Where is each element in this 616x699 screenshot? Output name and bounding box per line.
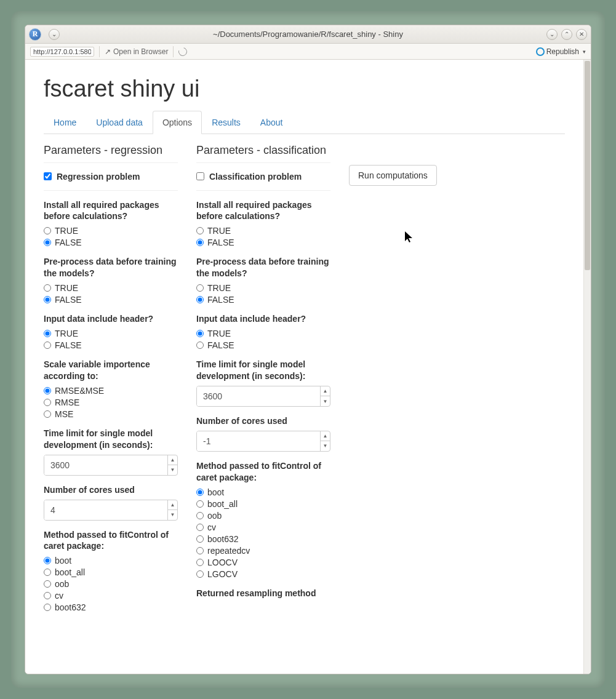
reg-install-true[interactable]: TRUE — [44, 226, 178, 236]
step-down[interactable]: ▼ — [321, 441, 330, 451]
run-computations-button[interactable]: Run computations — [349, 165, 437, 186]
tab-options[interactable]: Options — [153, 111, 202, 134]
reg-header-true[interactable]: TRUE — [44, 329, 178, 338]
scrollbar[interactable] — [583, 60, 591, 674]
url-field[interactable] — [30, 47, 94, 57]
regression-problem-input[interactable] — [44, 172, 52, 180]
cls-header-label: Input data include header? — [196, 313, 330, 325]
cls-header-true[interactable]: TRUE — [196, 329, 330, 338]
quantity-stepper[interactable]: ▲▼ — [320, 431, 330, 451]
divider — [44, 190, 178, 191]
cls-cores-input[interactable]: ▲▼ — [196, 431, 330, 452]
cls-fc-boot632[interactable]: boot632 — [196, 534, 330, 544]
menu-button[interactable]: ⌄ — [49, 29, 60, 40]
step-up[interactable]: ▲ — [321, 431, 330, 442]
cls-resampling-label: Returned resampling method — [196, 588, 330, 599]
chevron-down-icon: ▾ — [583, 49, 586, 55]
reg-fc-bootall[interactable]: boot_all — [44, 567, 178, 577]
reg-timelimit-label: Time limit for single model development … — [44, 428, 178, 451]
tab-about[interactable]: About — [250, 111, 293, 134]
cls-install-false[interactable]: FALSE — [196, 238, 330, 247]
classification-problem-label: Classification problem — [209, 172, 302, 182]
cls-preprocess-false[interactable]: FALSE — [196, 295, 330, 305]
reg-preprocess-label: Pre-process data before training the mod… — [44, 256, 178, 279]
reg-install-false[interactable]: FALSE — [44, 238, 178, 247]
step-down[interactable]: ▼ — [168, 510, 177, 520]
cls-preprocess-true[interactable]: TRUE — [196, 283, 330, 293]
reg-scale-mse[interactable]: MSE — [44, 409, 178, 419]
reg-scale-rmsemse[interactable]: RMSE&MSE — [44, 386, 178, 396]
step-up[interactable]: ▲ — [168, 455, 177, 466]
reg-fc-cv[interactable]: cv — [44, 591, 178, 601]
refresh-icon[interactable] — [177, 46, 189, 57]
page-scroll[interactable]: fscaret shiny ui Home Upload data Option… — [25, 60, 583, 674]
separator — [173, 46, 174, 57]
cls-install-true[interactable]: TRUE — [196, 226, 330, 236]
reg-scale-label: Scale variable importence according to: — [44, 359, 178, 382]
divider — [196, 162, 330, 163]
cls-cores-label: Number of cores used — [196, 415, 330, 427]
tab-results[interactable]: Results — [202, 111, 250, 134]
cls-fc-boot[interactable]: boot — [196, 487, 330, 497]
separator — [99, 46, 100, 57]
reg-install-label: Install all required packages before cal… — [44, 199, 178, 223]
quantity-stepper[interactable]: ▲▼ — [167, 500, 177, 520]
republish-label: Republish — [546, 47, 579, 56]
step-up[interactable]: ▲ — [168, 500, 177, 511]
regression-heading: Parameters - regression — [44, 144, 178, 158]
step-down[interactable]: ▼ — [168, 465, 177, 475]
cls-cores-field[interactable] — [197, 431, 320, 451]
step-up[interactable]: ▲ — [321, 386, 330, 397]
tab-home[interactable]: Home — [44, 111, 86, 134]
cls-install-label: Install all required packages before cal… — [196, 199, 330, 223]
cls-fitcontrol-label: Method passed to fitControl of caret pac… — [196, 460, 330, 484]
cls-timelimit-label: Time limit for single model development … — [196, 359, 330, 382]
cls-fc-cv[interactable]: cv — [196, 522, 330, 532]
quantity-stepper[interactable]: ▲▼ — [320, 386, 330, 406]
minimize-button[interactable]: ⌄ — [546, 29, 558, 40]
divider — [44, 162, 178, 163]
actions-panel: Run computations — [349, 144, 565, 621]
cls-fc-oob[interactable]: oob — [196, 511, 330, 521]
reg-cores-input[interactable]: ▲▼ — [44, 500, 178, 521]
reg-timelimit-field[interactable] — [44, 455, 167, 475]
reg-cores-field[interactable] — [44, 500, 167, 520]
cls-fc-bootall[interactable]: boot_all — [196, 499, 330, 509]
reg-fc-boot[interactable]: boot — [44, 556, 178, 565]
cls-fc-repeatedcv[interactable]: repeatedcv — [196, 546, 330, 556]
cls-timelimit-input[interactable]: ▲▼ — [196, 386, 330, 407]
open-in-browser-label: Open in Browser — [113, 47, 168, 56]
open-in-browser-button[interactable]: ↗ Open in Browser — [105, 47, 168, 56]
sync-icon — [535, 47, 544, 56]
reg-header-false[interactable]: FALSE — [44, 340, 178, 350]
classification-problem-input[interactable] — [196, 172, 204, 180]
classification-heading: Parameters - classification — [196, 144, 330, 158]
classification-panel: Parameters - classification Classificati… — [196, 144, 330, 621]
reg-timelimit-input[interactable]: ▲▼ — [44, 455, 178, 476]
reg-fc-oob[interactable]: oob — [44, 579, 178, 589]
cls-fc-lgocv[interactable]: LGOCV — [196, 569, 330, 579]
address-bar: ↗ Open in Browser Republish ▾ — [25, 44, 591, 60]
reg-fc-boot632[interactable]: boot632 — [44, 602, 178, 612]
reg-scale-rmse[interactable]: RMSE — [44, 397, 178, 407]
tab-upload[interactable]: Upload data — [86, 111, 153, 134]
step-down[interactable]: ▼ — [321, 396, 330, 406]
page-title: fscaret shiny ui — [44, 76, 565, 102]
cls-timelimit-field[interactable] — [197, 386, 320, 406]
maximize-button[interactable]: ⌃ — [561, 29, 572, 40]
browser-icon: ↗ — [105, 47, 111, 56]
close-button[interactable]: ✕ — [576, 29, 587, 40]
regression-problem-checkbox[interactable]: Regression problem — [44, 172, 178, 182]
titlebar: R ⌄ ~/Documents/Programowanie/R/fscaret_… — [25, 25, 591, 44]
app-window: R ⌄ ~/Documents/Programowanie/R/fscaret_… — [25, 25, 591, 674]
reg-preprocess-true[interactable]: TRUE — [44, 283, 178, 293]
reg-preprocess-false[interactable]: FALSE — [44, 295, 178, 305]
cls-header-false[interactable]: FALSE — [196, 340, 330, 350]
cls-fc-loocv[interactable]: LOOCV — [196, 557, 330, 567]
quantity-stepper[interactable]: ▲▼ — [167, 455, 177, 475]
regression-panel: Parameters - regression Regression probl… — [44, 144, 178, 621]
republish-button[interactable]: Republish ▾ — [535, 47, 586, 56]
scrollbar-thumb[interactable] — [585, 61, 590, 270]
divider — [196, 190, 330, 191]
classification-problem-checkbox[interactable]: Classification problem — [196, 172, 330, 182]
